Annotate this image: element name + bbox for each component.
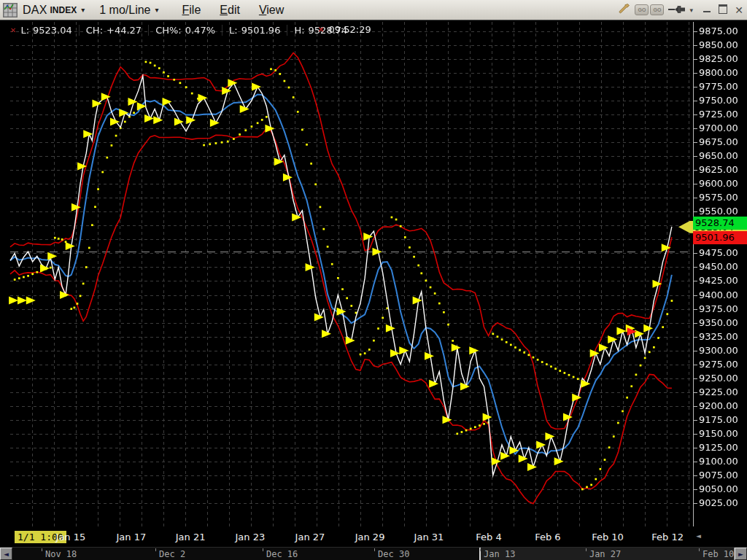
x-axis-label: Jan 31 xyxy=(414,532,444,542)
y-axis-label: 9050.00 xyxy=(699,484,747,494)
quote-field: CH%:0.47% xyxy=(155,25,222,36)
y-axis-label: 9300.00 xyxy=(699,346,747,356)
y-axis-label: 9575.00 xyxy=(699,192,747,203)
y-axis-label: 9150.00 xyxy=(699,429,747,439)
scrollbar-tick xyxy=(42,548,42,551)
axis-scroll-icon[interactable]: ◄ xyxy=(696,532,701,540)
security-type-label[interactable]: INDEX xyxy=(50,5,77,15)
y-axis-label: 9450.00 xyxy=(699,262,747,272)
quote-fields: L:9523.04CH:+44.27CH%:0.47%L:9501.96H:95… xyxy=(20,25,360,36)
low-price-tag: 9501.96 xyxy=(693,231,747,244)
scrollbar-date-label: Dec 2 xyxy=(159,549,185,559)
x-axis-label: Jan 21 xyxy=(176,532,206,542)
scrollbar-tick xyxy=(263,548,263,551)
y-axis-label: 9025.00 xyxy=(699,498,747,508)
scrollbar-tick xyxy=(155,548,156,551)
y-axis-label: 9650.00 xyxy=(699,151,747,161)
y-axis-label: 9475.00 xyxy=(699,248,747,258)
quote-field: L:9523.04 xyxy=(20,25,79,36)
y-axis-label: 9200.00 xyxy=(699,401,747,411)
y-axis-label: 9250.00 xyxy=(699,373,747,384)
wrench-icon[interactable] xyxy=(619,3,630,18)
y-axis-label: 9625.00 xyxy=(699,165,747,175)
scroll-left-button[interactable]: ◄ xyxy=(0,548,12,560)
y-axis-label: 9550.00 xyxy=(699,206,747,217)
link-go-icon-1[interactable]: GO xyxy=(635,4,649,15)
y-axis-label: 9225.00 xyxy=(699,387,747,397)
period-selector[interactable]: 1 mo/Line xyxy=(99,4,150,17)
y-axis-label: 9425.00 xyxy=(699,276,747,286)
scrollbar-date-label: Jan 27 xyxy=(589,549,621,559)
close-indicator-icon[interactable]: ✕ xyxy=(10,26,16,34)
y-axis-label: 9125.00 xyxy=(699,443,747,453)
y-axis-label: 9775.00 xyxy=(699,82,747,92)
scrollbar-date-label: Nov 18 xyxy=(45,549,77,559)
period-dropdown-caret-icon[interactable]: ▾ xyxy=(155,6,158,14)
scrollbar-date-label: Dec 16 xyxy=(266,549,298,559)
scrollbar-tick xyxy=(374,548,375,551)
x-axis-label: Feb 6 xyxy=(535,532,560,542)
y-axis-label: 9750.00 xyxy=(699,96,747,106)
chart-plot-area[interactable] xyxy=(0,0,747,560)
x-axis-label: Jan 23 xyxy=(235,532,265,542)
quote-info-bar: ✕ L:9523.04CH:+44.27CH%:0.47%L:9501.96H:… xyxy=(10,24,360,36)
y-axis-label: 9325.00 xyxy=(699,332,747,342)
x-axis: 1/1 1:00 Jan 15Jan 17Jan 21Jan 23Jan 27J… xyxy=(0,526,747,547)
y-axis-label: 9675.00 xyxy=(699,137,747,147)
close-button[interactable]: ✕ xyxy=(731,4,747,16)
quote-field: CH:+44.27 xyxy=(86,25,149,36)
x-axis-label: Jan 29 xyxy=(355,532,385,542)
link-go-icon-2[interactable]: GO xyxy=(650,4,664,15)
y-axis-label: 9825.00 xyxy=(699,54,747,64)
security-name[interactable]: DAX xyxy=(23,4,47,17)
scrollbar-tick xyxy=(586,548,587,551)
y-axis-label: 9375.00 xyxy=(699,304,747,314)
y-axis-label: 9700.00 xyxy=(699,123,747,133)
y-axis-label: 9875.00 xyxy=(699,26,747,36)
title-bar: DAX INDEX ▾ 1 mo/Line ▾ File Edit View G… xyxy=(0,0,747,20)
chart-window: DAX INDEX ▾ 1 mo/Line ▾ File Edit View G… xyxy=(0,0,747,560)
scroll-right-button[interactable]: ► xyxy=(735,548,747,560)
pin-dropdown-caret-icon[interactable]: ▾ xyxy=(689,7,693,14)
high-price-tag: 9528.74 xyxy=(693,217,747,230)
y-axis-label: 9350.00 xyxy=(699,318,747,328)
scrollbar-date-label: Jan 13 xyxy=(484,549,515,559)
clock-text: 09:52:29 xyxy=(328,24,371,35)
x-axis-label: Feb 12 xyxy=(651,532,684,542)
y-axis-label: 9850.00 xyxy=(699,40,747,50)
y-axis-label: 9075.00 xyxy=(699,470,747,481)
quote-field: L:9501.96 xyxy=(229,25,287,36)
scrollbar-tick xyxy=(480,548,481,551)
y-axis-label: 9275.00 xyxy=(699,359,747,370)
scrollbar-date-label: Feb 10 xyxy=(703,549,734,559)
scrollbar-date-label: Dec 30 xyxy=(378,549,409,559)
y-axis-label: 9175.00 xyxy=(699,415,747,425)
y-axis-label: 9800.00 xyxy=(699,68,747,78)
close-clock-icon[interactable]: ✕ xyxy=(318,26,324,34)
x-axis-label: Jan 15 xyxy=(56,532,86,542)
x-axis-label: Jan 17 xyxy=(116,532,146,542)
x-axis-label: Jan 27 xyxy=(295,532,325,542)
y-axis-label: 9600.00 xyxy=(699,179,747,189)
app-chart-grid-icon xyxy=(3,3,18,18)
maximize-button[interactable] xyxy=(715,4,731,16)
x-axis-label: Feb 10 xyxy=(592,532,624,542)
y-axis-label: 9100.00 xyxy=(699,456,747,467)
pin-icon[interactable] xyxy=(668,4,686,17)
menu-edit[interactable]: Edit xyxy=(220,4,240,17)
scrollbar-tick xyxy=(699,548,700,551)
security-dropdown-caret-icon[interactable]: ▾ xyxy=(81,6,85,14)
time-scrollbar[interactable]: Nov 18Dec 2Dec 16Dec 30Jan 13Jan 27Feb 1… xyxy=(0,547,747,560)
minimize-button[interactable] xyxy=(699,4,715,16)
y-axis-label: 9725.00 xyxy=(699,109,747,120)
menu-view[interactable]: View xyxy=(259,4,284,17)
menu-file[interactable]: File xyxy=(182,4,201,17)
x-axis-label: Feb 4 xyxy=(476,532,501,542)
y-axis-label: 9400.00 xyxy=(699,290,747,300)
clock-group: ✕ 09:52:29 xyxy=(318,24,371,35)
